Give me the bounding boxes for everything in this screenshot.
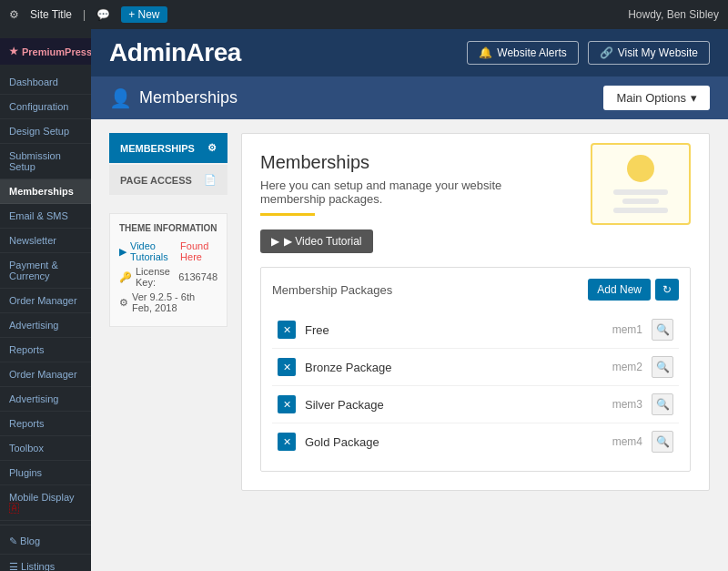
- pp-logo[interactable]: ★ PremiumPress: [0, 38, 91, 65]
- sidebar-item-email-sms[interactable]: Email & SMS: [0, 204, 91, 229]
- video-tutorial-button[interactable]: ▶ ▶ Video Tutorial: [260, 229, 373, 253]
- sidebar-item-reports[interactable]: Reports: [0, 338, 91, 362]
- wp-logo-icon: ⚙: [9, 8, 19, 21]
- tab-memberships[interactable]: MEMBERSHIPS ⚙: [109, 133, 228, 163]
- delete-gold-button[interactable]: ✕: [278, 433, 296, 451]
- package-code-bronze: mem2: [612, 361, 642, 373]
- sidebar-item-order-manager[interactable]: Order Manager: [0, 289, 91, 313]
- table-row: ✕ Gold Package mem4 🔍: [272, 423, 679, 460]
- tabs-content: MEMBERSHIPS ⚙ PAGE ACCESS 📄 THEME INFORM…: [109, 133, 710, 491]
- sidebar-item-dashboard[interactable]: Dashboard: [0, 70, 91, 95]
- theme-info: THEME INFORMATION ▶ Video Tutorials Foun…: [109, 213, 228, 327]
- website-alerts-button[interactable]: 🔔 Website Alerts: [467, 41, 578, 65]
- package-name-silver: Silver Package: [305, 398, 612, 412]
- sidebar-divider: [0, 525, 91, 525]
- packages-section: Membership Packages Add New ↻ ✕ Free mem…: [260, 267, 691, 472]
- memberships-icon: 👤: [109, 87, 132, 109]
- page-title: 👤 Memberships: [109, 87, 238, 109]
- header-bar: AdminArea 🔔 Website Alerts 🔗 Visit My We…: [91, 29, 728, 76]
- sidebar-item-configuration[interactable]: Configuration: [0, 95, 91, 119]
- tab-memberships-label: MEMBERSHIPS: [120, 143, 195, 154]
- theme-info-title: THEME INFORMATION: [119, 223, 217, 233]
- decorative-line3: [613, 208, 668, 213]
- main-area: AdminArea 🔔 Website Alerts 🔗 Visit My We…: [91, 29, 728, 571]
- package-name-gold: Gold Package: [305, 435, 612, 449]
- delete-silver-button[interactable]: ✕: [278, 395, 296, 413]
- delete-free-button[interactable]: ✕: [278, 321, 296, 339]
- add-new-button[interactable]: Add New: [588, 279, 651, 301]
- sidebar-item-listings[interactable]: ☰ Listings: [0, 555, 91, 571]
- table-row: ✕ Silver Package mem3 🔍: [272, 386, 679, 423]
- license-label: License Key:: [136, 266, 175, 288]
- decorative-line1: [613, 189, 668, 195]
- decorative-graphic: [591, 143, 691, 225]
- sidebar-item-design-setup[interactable]: Design Setup: [0, 119, 91, 144]
- video-btn-label: ▶ Video Tutorial: [284, 235, 362, 248]
- pp-logo-icon: ★: [9, 46, 18, 57]
- pp-logo-text: PremiumPress: [22, 46, 92, 57]
- delete-bronze-button[interactable]: ✕: [278, 358, 296, 376]
- bell-icon: 🔔: [479, 46, 492, 59]
- sidebar-item-payment[interactable]: Payment & Currency: [0, 253, 91, 289]
- key-icon: 🔑: [119, 271, 132, 283]
- license-key: 6136748: [178, 271, 217, 282]
- wp-sidebar: ★ PremiumPress Dashboard Configuration D…: [0, 29, 91, 571]
- refresh-button[interactable]: ↻: [655, 279, 679, 301]
- sidebar-item-submission-setup[interactable]: Submission Setup: [0, 144, 91, 179]
- found-here-text: Found Here: [180, 240, 217, 262]
- left-panel: MEMBERSHIPS ⚙ PAGE ACCESS 📄 THEME INFORM…: [109, 133, 228, 491]
- page-header: 👤 Memberships Main Options ▾: [91, 76, 728, 119]
- main-options-button[interactable]: Main Options ▾: [603, 86, 710, 110]
- tab-page-access-label: PAGE ACCESS: [120, 175, 192, 186]
- video-icon: ▶: [271, 235, 279, 248]
- sidebar-item-memberships[interactable]: Memberships: [0, 179, 91, 204]
- tab-memberships-icon: ⚙: [207, 142, 217, 154]
- tab-page-access[interactable]: PAGE ACCESS 📄: [109, 165, 228, 195]
- packages-actions: Add New ↻: [588, 279, 679, 301]
- package-name-free: Free: [305, 323, 612, 337]
- howdy-label: Howdy, Ben Sibley: [628, 8, 719, 21]
- table-row: ✕ Bronze Package mem2 🔍: [272, 349, 679, 386]
- view-gold-button[interactable]: 🔍: [652, 431, 673, 453]
- package-code-silver: mem3: [612, 398, 642, 411]
- sidebar-item-toolbox[interactable]: Toolbox: [0, 436, 91, 461]
- packages-title: Membership Packages: [272, 283, 392, 297]
- right-panel: Memberships Here you can setup and manag…: [241, 133, 710, 491]
- version-info: ⚙ Ver 9.2.5 - 6th Feb, 2018: [119, 291, 217, 313]
- sidebar-item-order-manager2[interactable]: Order Manager: [0, 362, 91, 387]
- panel-description: Here you can setup and manage your websi…: [260, 178, 561, 206]
- decorative-circle: [627, 155, 654, 182]
- table-row: ✕ Free mem1 🔍: [272, 311, 679, 349]
- sidebar-item-plugins[interactable]: Plugins: [0, 461, 91, 485]
- header-buttons: 🔔 Website Alerts 🔗 Visit My Website: [467, 41, 710, 65]
- view-silver-button[interactable]: 🔍: [652, 393, 673, 415]
- gear-icon: ⚙: [119, 297, 128, 309]
- dropdown-icon: ▾: [691, 91, 697, 105]
- site-name[interactable]: Site Title: [30, 8, 72, 21]
- admin-bar: ⚙ Site Title | 💬 + New Howdy, Ben Sibley: [0, 0, 728, 29]
- sidebar-item-blog[interactable]: ✎ Blog: [0, 529, 91, 555]
- packages-header: Membership Packages Add New ↻: [272, 279, 679, 301]
- sidebar-item-advertising[interactable]: Advertising: [0, 313, 91, 338]
- yellow-underline: [260, 213, 315, 216]
- sidebar-item-advertising2[interactable]: Advertising: [0, 387, 91, 412]
- version-text: Ver 9.2.5 - 6th Feb, 2018: [132, 291, 217, 313]
- view-free-button[interactable]: 🔍: [652, 319, 673, 341]
- tab-page-access-icon: 📄: [204, 174, 217, 186]
- sidebar-item-reports2[interactable]: Reports: [0, 412, 91, 436]
- sidebar-item-mobile-display[interactable]: Mobile Display 🇦: [0, 485, 91, 521]
- package-code-gold: mem4: [612, 435, 642, 448]
- sidebar-item-newsletter[interactable]: Newsletter: [0, 229, 91, 253]
- decorative-line2: [622, 199, 659, 204]
- admin-area-title: AdminArea: [109, 38, 241, 67]
- video-tutorials-link[interactable]: ▶ Video Tutorials Found Here: [119, 240, 217, 262]
- video-link-text: Video Tutorials: [130, 240, 177, 262]
- play-icon: ▶: [119, 246, 126, 258]
- content-area: MEMBERSHIPS ⚙ PAGE ACCESS 📄 THEME INFORM…: [91, 119, 728, 571]
- new-button[interactable]: + New: [121, 6, 167, 23]
- license-info: 🔑 License Key: 6136748: [119, 266, 217, 288]
- visit-my-website-button[interactable]: 🔗 Visit My Website: [588, 41, 710, 65]
- comment-icon: 💬: [96, 8, 110, 21]
- external-link-icon: 🔗: [600, 46, 613, 59]
- view-bronze-button[interactable]: 🔍: [652, 356, 673, 378]
